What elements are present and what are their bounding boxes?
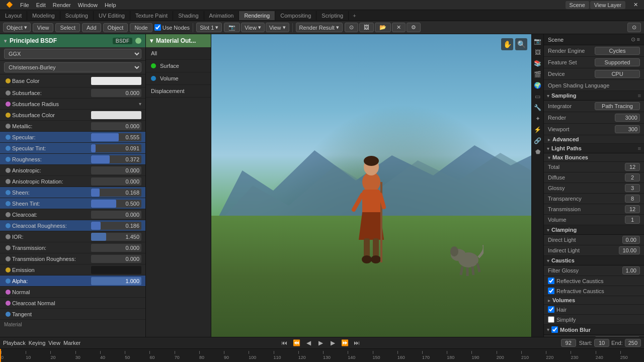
add-button[interactable]: Add (82, 23, 101, 32)
distribution-row[interactable]: GGX (0, 47, 145, 61)
motion-blur-checkbox[interactable] (551, 326, 558, 333)
render-controls-3[interactable]: 📂 (375, 23, 391, 32)
play-btn[interactable]: ▶ (316, 338, 325, 347)
subsurface-method-row[interactable]: Christensen-Burley (0, 61, 145, 74)
simplify-checkbox[interactable] (548, 316, 554, 323)
object-mode-dropdown[interactable]: Object ▾ (3, 23, 31, 32)
sheen-bar[interactable]: 0.168 (91, 189, 141, 197)
timeline-keying-label[interactable]: Keying (29, 340, 46, 346)
normal-row[interactable]: Normal (0, 287, 145, 298)
direct-light-value[interactable]: 0.00 (622, 236, 640, 244)
tab-sculpting[interactable]: Sculpting (60, 11, 94, 20)
mat-item-surface[interactable]: Surface (146, 60, 211, 72)
sheen-row[interactable]: Sheen: 0.168 (0, 187, 145, 198)
roughness-row[interactable]: Roughness: 0.372 (0, 154, 145, 165)
hair-checkbox[interactable] (548, 306, 554, 313)
clearcoat-bar[interactable]: 0.000 (91, 211, 141, 219)
viewport-zoom-btn[interactable]: 🔍 (515, 38, 527, 50)
viewport[interactable]: ✋ 🔍 (211, 34, 531, 337)
alpha-row[interactable]: Alpha: 1.000 (0, 276, 145, 287)
device-dropdown[interactable]: CPU (595, 70, 640, 78)
object-properties-icon[interactable]: ▭ (533, 92, 543, 102)
emission-row[interactable]: Emission (0, 264, 145, 276)
scene-selector[interactable]: Scene (566, 1, 589, 9)
output-properties-icon[interactable]: 🖼 (533, 47, 543, 57)
timeline-ruler[interactable]: 0102030405060708090100110120130140150160… (0, 349, 644, 362)
transmission-roughness-row[interactable]: Transmission Roughness: 0.000 (0, 253, 145, 264)
jump-end-btn[interactable]: ⏭ (352, 338, 361, 347)
sampling-section[interactable]: ▾ Sampling ≡ (544, 91, 644, 101)
tab-modeling[interactable]: Modeling (27, 11, 60, 20)
subsurface-row[interactable]: Subsurface: 0.000 (0, 87, 145, 99)
transmission-bounces-value[interactable]: 12 (625, 205, 640, 213)
next-keyframe-btn[interactable]: ⏩ (340, 338, 349, 347)
tab-compositing[interactable]: Compositing (275, 11, 316, 20)
specular-tint-row[interactable]: Specular Tint: 0.091 (0, 143, 145, 154)
use-nodes-checkbox[interactable]: Use Nodes (154, 24, 190, 31)
timeline-playback-label[interactable]: Playback (3, 340, 26, 346)
subsurface-radius-row[interactable]: Subsurface Radius ▾ (0, 99, 145, 110)
viewport-samples-input[interactable]: 300 (615, 125, 640, 133)
specular-row[interactable]: Specular: 0.555 (0, 132, 145, 143)
emission-swatch[interactable] (91, 266, 141, 274)
refractive-caustics-checkbox[interactable] (548, 288, 554, 294)
tangent-row[interactable]: Tangent (0, 309, 145, 320)
render-samples-input[interactable]: 3000 (615, 114, 640, 122)
tab-layout[interactable]: Layout (0, 11, 27, 20)
metallic-row[interactable]: Metallic: 0.000 (0, 121, 145, 132)
transmission-roughness-bar[interactable]: 0.000 (91, 255, 141, 263)
view-button[interactable]: View (33, 23, 54, 32)
next-frame-btn[interactable]: ▶ (328, 338, 337, 347)
menu-file[interactable]: File (17, 1, 32, 9)
tab-scripting[interactable]: Scripting (316, 11, 349, 20)
clearcoat-roughness-row[interactable]: Clearcoat Roughness: 0.186 (0, 220, 145, 231)
roughness-bar[interactable]: 0.372 (91, 155, 141, 163)
menu-help[interactable]: Help (102, 1, 119, 9)
prev-keyframe-btn[interactable]: ⏪ (292, 338, 301, 347)
mat-item-displacement[interactable]: Displacement (146, 85, 211, 98)
feature-set-dropdown[interactable]: Supported (595, 58, 640, 66)
subsurface-method-select[interactable]: Christensen-Burley (4, 62, 141, 72)
subsurface-color-row[interactable]: Subsurface Color (0, 110, 145, 121)
anisotropic-rotation-bar[interactable]: 0.000 (91, 177, 141, 186)
transparency-value[interactable]: 8 (625, 195, 640, 203)
ior-bar[interactable]: 1.450 (91, 233, 141, 241)
menu-blender[interactable]: 🔶 (3, 1, 16, 9)
view-layer-properties-icon[interactable]: 📚 (533, 58, 543, 68)
specular-bar[interactable]: 0.555 (91, 133, 141, 141)
right-icons[interactable]: ⊙ (627, 23, 641, 32)
total-value[interactable]: 12 (625, 163, 640, 171)
transmission-row[interactable]: Transmission: 0.000 (0, 242, 145, 253)
end-frame[interactable]: 250 (625, 339, 641, 347)
max-bounces-subsection[interactable]: ▾ Max Bounces (544, 153, 644, 162)
constraints-icon[interactable]: 🔗 (533, 136, 543, 146)
view2-dropdown[interactable]: View▾ (241, 23, 265, 32)
render-controls-1[interactable]: ⊙ (345, 23, 358, 32)
node-collapse-arrow[interactable]: ▾ (4, 38, 7, 44)
transmission-bar[interactable]: 0.000 (91, 244, 141, 252)
position-dropdown[interactable]: Center on Frame (595, 336, 640, 337)
advanced-subsection[interactable]: ▸ Advanced (544, 135, 644, 144)
alpha-bar[interactable]: 1.000 (91, 277, 141, 285)
caustics-section[interactable]: ▾ Caustics (544, 256, 644, 265)
mat-item-volume[interactable]: Volume (146, 72, 211, 85)
menu-render[interactable]: Render (50, 1, 74, 9)
tab-rendering[interactable]: Rendering (239, 11, 275, 20)
ior-row[interactable]: IOR: 1.450 (0, 231, 145, 242)
add-workspace-button[interactable]: + (349, 11, 360, 20)
tab-shading[interactable]: Shading (173, 11, 204, 20)
tab-texture-paint[interactable]: Texture Paint (130, 11, 173, 20)
reflective-caustics-checkbox[interactable] (548, 278, 554, 284)
clamping-section[interactable]: ▾ Clamping (544, 225, 644, 235)
motion-blur-section[interactable]: ▾ Motion Blur (544, 325, 644, 335)
render-view-dropdown[interactable]: View▾ (266, 23, 289, 32)
object-button[interactable]: Object (103, 23, 128, 32)
timeline-marker-label[interactable]: Marker (63, 340, 80, 346)
timeline-view-label[interactable]: View (48, 340, 60, 346)
clearcoat-normal-row[interactable]: Clearcoat Normal (0, 298, 145, 309)
render-controls-2[interactable]: 🖼 (359, 23, 374, 32)
tab-uv-editing[interactable]: UV Editing (94, 11, 130, 20)
base-color-swatch[interactable] (91, 77, 141, 85)
physics-icon[interactable]: ⚡ (533, 125, 543, 135)
subsurface-color-swatch[interactable] (91, 111, 141, 119)
